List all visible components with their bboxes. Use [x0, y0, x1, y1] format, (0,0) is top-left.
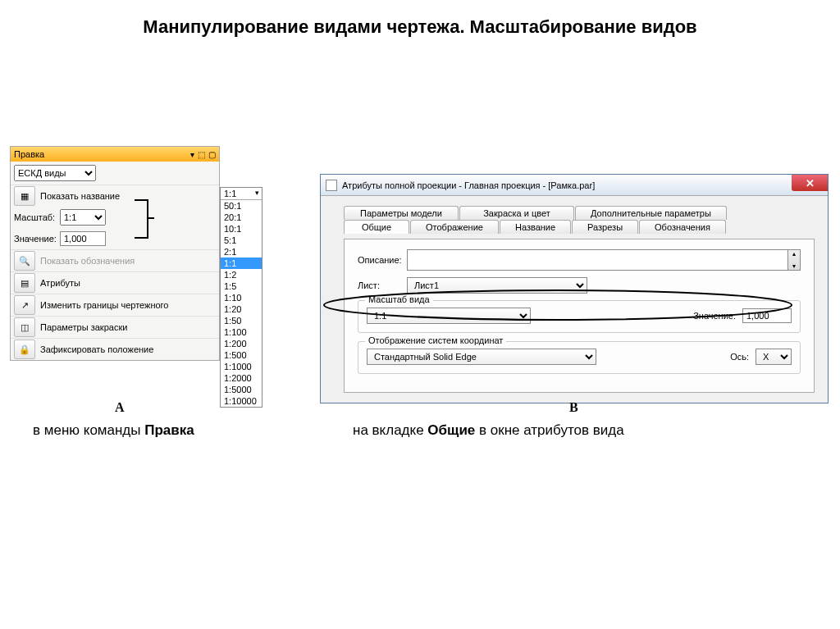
dialog-title: Атрибуты полной проекции - Главная проек… — [342, 180, 823, 190]
pin-icon[interactable]: ⬚ — [198, 150, 205, 159]
lock-icon[interactable]: 🔒 — [14, 340, 35, 359]
row-change-bounds[interactable]: ↗ Изменить границы чертежного — [11, 294, 219, 316]
close-icon[interactable]: ✕ — [792, 175, 828, 191]
caption-b: В — [569, 400, 578, 415]
row-shading[interactable]: ◫ Параметры закраски — [11, 316, 219, 338]
scale-option[interactable]: 1:50 — [221, 315, 262, 326]
scale-option[interactable]: 50:1 — [221, 200, 262, 212]
close-panel-icon[interactable]: ▢ — [208, 150, 216, 159]
tab[interactable]: Общие — [344, 220, 409, 234]
tab[interactable]: Разрезы — [572, 220, 638, 234]
scale-list-items: 50:120:110:15:12:11:11:21:51:101:201:501… — [221, 200, 262, 407]
scale-option[interactable]: 20:1 — [221, 212, 262, 223]
scale-option[interactable]: 1:100 — [221, 326, 262, 338]
tab[interactable]: Название — [500, 220, 571, 234]
magnifier-icon[interactable]: 🔍 — [14, 251, 35, 271]
description-b: на вкладке Общие в окне атрибутов вида — [353, 422, 624, 439]
scale-group: Масштаб вида 1:1 Значение: — [358, 300, 801, 333]
description-label: Описание: — [358, 255, 407, 265]
tabs-row-1: Параметры моделиЗакраска и цветДополните… — [344, 206, 821, 220]
attributes-dialog: Атрибуты полной проекции - Главная проек… — [320, 174, 829, 403]
edit-panel: Правка ▾ ⬚ ▢ ЕСКД виды ▦ Показать назван… — [10, 146, 220, 361]
scale-option[interactable]: 1:1 — [221, 258, 262, 269]
dialog-titlebar: Атрибуты полной проекции - Главная проек… — [321, 175, 828, 196]
scale-list-header[interactable]: 1:1 — [221, 188, 262, 200]
bounds-icon[interactable]: ↗ — [14, 295, 35, 315]
tab[interactable]: Параметры модели — [344, 206, 459, 220]
description-textarea[interactable] — [407, 249, 788, 271]
tab[interactable]: Дополнительные параметры — [575, 206, 727, 220]
row-attributes[interactable]: ▤ Атрибуты — [11, 271, 219, 294]
show-name-icon[interactable]: ▦ — [14, 186, 35, 206]
scale-option[interactable]: 1:20 — [221, 303, 262, 315]
scale-option[interactable]: 1:500 — [221, 349, 262, 361]
tab[interactable]: Обозначения — [639, 220, 726, 234]
page-title: Манипулирование видами чертежа. Масштаби… — [0, 16, 840, 38]
edit-panel-title: Правка — [14, 149, 190, 159]
shading-label: Параметры закраски — [40, 322, 216, 332]
edit-panel-toolbar: ЕСКД виды — [11, 162, 219, 185]
sheet-select[interactable]: Лист1 — [407, 277, 587, 294]
scale-option[interactable]: 5:1 — [221, 235, 262, 246]
scale-option[interactable]: 1:5000 — [221, 384, 262, 395]
value-input[interactable] — [60, 231, 106, 246]
scale-option[interactable]: 1:10 — [221, 292, 262, 303]
description-a: в меню команды Правка — [33, 422, 194, 439]
attributes-icon[interactable]: ▤ — [14, 273, 35, 293]
dropdown-icon[interactable]: ▾ — [190, 150, 194, 159]
tab[interactable]: Закраска и цвет — [459, 206, 574, 220]
scale-option[interactable]: 10:1 — [221, 223, 262, 235]
tabs-row-2: ОбщиеОтображениеНазваниеРазрезыОбозначен… — [344, 220, 821, 234]
scale-option[interactable]: 1:5 — [221, 280, 262, 292]
sheet-label: Лист: — [358, 280, 407, 290]
scale-option[interactable]: 2:1 — [221, 246, 262, 258]
show-name-label: Показать название — [40, 191, 216, 201]
scale-dropdown-list[interactable]: 1:1 50:120:110:15:12:11:11:21:51:101:201… — [220, 187, 262, 408]
shading-icon[interactable]: ◫ — [14, 317, 35, 337]
axis-label: Ось: — [730, 352, 749, 362]
view-scale-select[interactable]: 1:1 — [367, 308, 531, 324]
axis-select[interactable]: X — [756, 349, 792, 365]
view-value-label: Значение: — [693, 311, 736, 321]
coord-group: Отображение систем координат Стандартный… — [358, 341, 801, 374]
row-show-designation[interactable]: 🔍 Показать обозначения — [11, 249, 219, 271]
coord-select[interactable]: Стандартный Solid Edge — [367, 349, 596, 365]
view-value-input[interactable] — [742, 308, 792, 323]
scale-group-title: Масштаб вида — [365, 294, 433, 304]
scale-select[interactable]: 1:1 — [60, 209, 106, 226]
caption-a: А — [115, 400, 125, 415]
scale-option[interactable]: 1:1000 — [221, 361, 262, 372]
bounds-label: Изменить границы чертежного — [40, 300, 216, 310]
dialog-icon — [326, 180, 337, 191]
eskd-views-select[interactable]: ЕСКД виды — [14, 165, 96, 181]
scrollbar[interactable]: ▴▾ — [788, 249, 801, 271]
scale-option[interactable]: 1:2 — [221, 269, 262, 280]
lock-label: Зафиксировать положение — [40, 344, 216, 354]
tab-panel-general: Описание: ▴▾ Лист: Лист1 Масштаб вида 1:… — [344, 239, 815, 393]
scale-option[interactable]: 1:2000 — [221, 372, 262, 384]
coord-group-title: Отображение систем координат — [365, 335, 506, 345]
scale-option[interactable]: 1:200 — [221, 338, 262, 349]
value-label: Значение: — [14, 234, 57, 244]
row-lock[interactable]: 🔒 Зафиксировать положение — [11, 338, 219, 360]
row-value: Значение: — [11, 228, 219, 249]
scale-option[interactable]: 1:10000 — [221, 395, 262, 407]
attributes-label: Атрибуты — [40, 278, 216, 288]
row-scale: Масштаб: 1:1 — [11, 207, 219, 228]
edit-panel-header: Правка ▾ ⬚ ▢ — [11, 147, 219, 162]
tab[interactable]: Отображение — [410, 220, 499, 234]
row-show-name[interactable]: ▦ Показать название — [11, 185, 219, 207]
scale-label: Масштаб: — [14, 212, 57, 222]
show-designation-label: Показать обозначения — [40, 256, 216, 266]
